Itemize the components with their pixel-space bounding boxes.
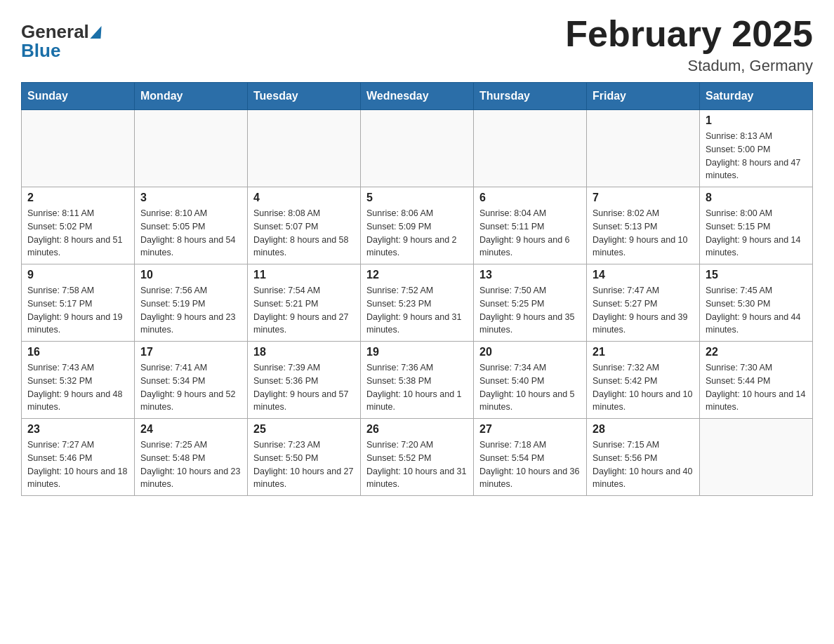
logo-blue-text: Blue: [21, 40, 102, 62]
calendar-cell: 28Sunrise: 7:15 AM Sunset: 5:56 PM Dayli…: [587, 419, 700, 496]
day-number: 25: [253, 423, 355, 436]
calendar-cell: 8Sunrise: 8:00 AM Sunset: 5:15 PM Daylig…: [700, 187, 813, 264]
day-info: Sunrise: 7:32 AM Sunset: 5:42 PM Dayligh…: [593, 361, 694, 414]
calendar-cell: 21Sunrise: 7:32 AM Sunset: 5:42 PM Dayli…: [587, 342, 700, 419]
logo-arrow-icon: [90, 26, 102, 39]
calendar-week-row: 16Sunrise: 7:43 AM Sunset: 5:32 PM Dayli…: [22, 342, 813, 419]
weekday-header-sunday: Sunday: [22, 83, 135, 110]
day-number: 23: [27, 423, 128, 436]
calendar-cell: 23Sunrise: 7:27 AM Sunset: 5:46 PM Dayli…: [22, 419, 135, 496]
calendar-cell: [587, 110, 700, 187]
day-number: 18: [253, 346, 355, 358]
calendar-cell: 9Sunrise: 7:58 AM Sunset: 5:17 PM Daylig…: [22, 264, 135, 342]
calendar-cell: 14Sunrise: 7:47 AM Sunset: 5:27 PM Dayli…: [587, 264, 700, 342]
calendar-cell: 26Sunrise: 7:20 AM Sunset: 5:52 PM Dayli…: [361, 419, 474, 496]
day-info: Sunrise: 8:00 AM Sunset: 5:15 PM Dayligh…: [706, 207, 807, 260]
day-number: 14: [593, 269, 694, 281]
calendar-cell: 22Sunrise: 7:30 AM Sunset: 5:44 PM Dayli…: [700, 342, 813, 419]
calendar-cell: 10Sunrise: 7:56 AM Sunset: 5:19 PM Dayli…: [135, 264, 248, 342]
day-number: 12: [366, 269, 468, 281]
weekday-header-wednesday: Wednesday: [361, 83, 474, 110]
day-number: 28: [593, 423, 694, 436]
day-info: Sunrise: 7:56 AM Sunset: 5:19 PM Dayligh…: [140, 284, 241, 337]
day-number: 5: [366, 192, 468, 204]
day-info: Sunrise: 8:08 AM Sunset: 5:07 PM Dayligh…: [253, 207, 355, 260]
calendar-cell: 7Sunrise: 8:02 AM Sunset: 5:13 PM Daylig…: [587, 187, 700, 264]
calendar-location: Stadum, Germany: [565, 57, 813, 75]
logo: General Blue: [21, 21, 102, 62]
calendar-cell: 16Sunrise: 7:43 AM Sunset: 5:32 PM Dayli…: [22, 342, 135, 419]
day-info: Sunrise: 7:30 AM Sunset: 5:44 PM Dayligh…: [706, 361, 807, 414]
day-info: Sunrise: 7:15 AM Sunset: 5:56 PM Dayligh…: [593, 438, 694, 491]
calendar-cell: 15Sunrise: 7:45 AM Sunset: 5:30 PM Dayli…: [700, 264, 813, 342]
day-number: 9: [27, 269, 128, 281]
calendar-cell: 5Sunrise: 8:06 AM Sunset: 5:09 PM Daylig…: [361, 187, 474, 264]
day-number: 3: [140, 192, 241, 204]
day-info: Sunrise: 7:20 AM Sunset: 5:52 PM Dayligh…: [366, 438, 468, 491]
day-info: Sunrise: 7:34 AM Sunset: 5:40 PM Dayligh…: [479, 361, 581, 414]
day-info: Sunrise: 8:02 AM Sunset: 5:13 PM Dayligh…: [593, 207, 694, 260]
calendar-cell: [361, 110, 474, 187]
calendar-table: SundayMondayTuesdayWednesdayThursdayFrid…: [21, 82, 813, 496]
day-number: 19: [366, 346, 468, 358]
calendar-header-row: SundayMondayTuesdayWednesdayThursdayFrid…: [22, 83, 813, 110]
calendar-cell: 20Sunrise: 7:34 AM Sunset: 5:40 PM Dayli…: [474, 342, 587, 419]
day-number: 24: [140, 423, 241, 436]
calendar-week-row: 2Sunrise: 8:11 AM Sunset: 5:02 PM Daylig…: [22, 187, 813, 264]
day-info: Sunrise: 7:39 AM Sunset: 5:36 PM Dayligh…: [253, 361, 355, 414]
calendar-week-row: 1Sunrise: 8:13 AM Sunset: 5:00 PM Daylig…: [22, 110, 813, 187]
day-info: Sunrise: 7:18 AM Sunset: 5:54 PM Dayligh…: [479, 438, 581, 491]
day-number: 10: [140, 269, 241, 281]
day-number: 15: [706, 269, 807, 281]
calendar-cell: 1Sunrise: 8:13 AM Sunset: 5:00 PM Daylig…: [700, 110, 813, 187]
day-info: Sunrise: 7:47 AM Sunset: 5:27 PM Dayligh…: [593, 284, 694, 337]
page-header: General Blue February 2025 Stadum, Germa…: [21, 14, 813, 75]
calendar-cell: 4Sunrise: 8:08 AM Sunset: 5:07 PM Daylig…: [248, 187, 361, 264]
day-info: Sunrise: 8:10 AM Sunset: 5:05 PM Dayligh…: [140, 207, 241, 260]
calendar-cell: 12Sunrise: 7:52 AM Sunset: 5:23 PM Dayli…: [361, 264, 474, 342]
day-info: Sunrise: 7:50 AM Sunset: 5:25 PM Dayligh…: [479, 284, 581, 337]
day-number: 2: [27, 192, 128, 204]
day-info: Sunrise: 7:45 AM Sunset: 5:30 PM Dayligh…: [706, 284, 807, 337]
day-info: Sunrise: 7:41 AM Sunset: 5:34 PM Dayligh…: [140, 361, 241, 414]
day-info: Sunrise: 8:13 AM Sunset: 5:00 PM Dayligh…: [706, 130, 807, 182]
day-number: 22: [706, 346, 807, 358]
calendar-cell: 18Sunrise: 7:39 AM Sunset: 5:36 PM Dayli…: [248, 342, 361, 419]
day-number: 8: [706, 192, 807, 204]
calendar-week-row: 23Sunrise: 7:27 AM Sunset: 5:46 PM Dayli…: [22, 419, 813, 496]
calendar-cell: 6Sunrise: 8:04 AM Sunset: 5:11 PM Daylig…: [474, 187, 587, 264]
weekday-header-saturday: Saturday: [700, 83, 813, 110]
day-info: Sunrise: 7:54 AM Sunset: 5:21 PM Dayligh…: [253, 284, 355, 337]
calendar-week-row: 9Sunrise: 7:58 AM Sunset: 5:17 PM Daylig…: [22, 264, 813, 342]
weekday-header-monday: Monday: [135, 83, 248, 110]
day-info: Sunrise: 7:43 AM Sunset: 5:32 PM Dayligh…: [27, 361, 128, 414]
calendar-cell: [248, 110, 361, 187]
calendar-cell: [22, 110, 135, 187]
calendar-cell: 17Sunrise: 7:41 AM Sunset: 5:34 PM Dayli…: [135, 342, 248, 419]
day-number: 16: [27, 346, 128, 358]
calendar-title-block: February 2025 Stadum, Germany: [565, 14, 813, 75]
day-number: 4: [253, 192, 355, 204]
calendar-cell: 25Sunrise: 7:23 AM Sunset: 5:50 PM Dayli…: [248, 419, 361, 496]
calendar-month-year: February 2025: [565, 14, 813, 54]
day-number: 17: [140, 346, 241, 358]
calendar-cell: [700, 419, 813, 496]
day-number: 6: [479, 192, 581, 204]
weekday-header-tuesday: Tuesday: [248, 83, 361, 110]
day-info: Sunrise: 7:58 AM Sunset: 5:17 PM Dayligh…: [27, 284, 128, 337]
calendar-cell: 11Sunrise: 7:54 AM Sunset: 5:21 PM Dayli…: [248, 264, 361, 342]
day-number: 20: [479, 346, 581, 358]
calendar-cell: 2Sunrise: 8:11 AM Sunset: 5:02 PM Daylig…: [22, 187, 135, 264]
calendar-cell: 3Sunrise: 8:10 AM Sunset: 5:05 PM Daylig…: [135, 187, 248, 264]
day-info: Sunrise: 7:25 AM Sunset: 5:48 PM Dayligh…: [140, 438, 241, 491]
day-info: Sunrise: 8:04 AM Sunset: 5:11 PM Dayligh…: [479, 207, 581, 260]
calendar-cell: 13Sunrise: 7:50 AM Sunset: 5:25 PM Dayli…: [474, 264, 587, 342]
weekday-header-thursday: Thursday: [474, 83, 587, 110]
calendar-cell: 24Sunrise: 7:25 AM Sunset: 5:48 PM Dayli…: [135, 419, 248, 496]
day-info: Sunrise: 7:36 AM Sunset: 5:38 PM Dayligh…: [366, 361, 468, 414]
calendar-cell: [474, 110, 587, 187]
calendar-cell: [135, 110, 248, 187]
day-info: Sunrise: 7:52 AM Sunset: 5:23 PM Dayligh…: [366, 284, 468, 337]
day-info: Sunrise: 8:11 AM Sunset: 5:02 PM Dayligh…: [27, 207, 128, 260]
day-number: 21: [593, 346, 694, 358]
